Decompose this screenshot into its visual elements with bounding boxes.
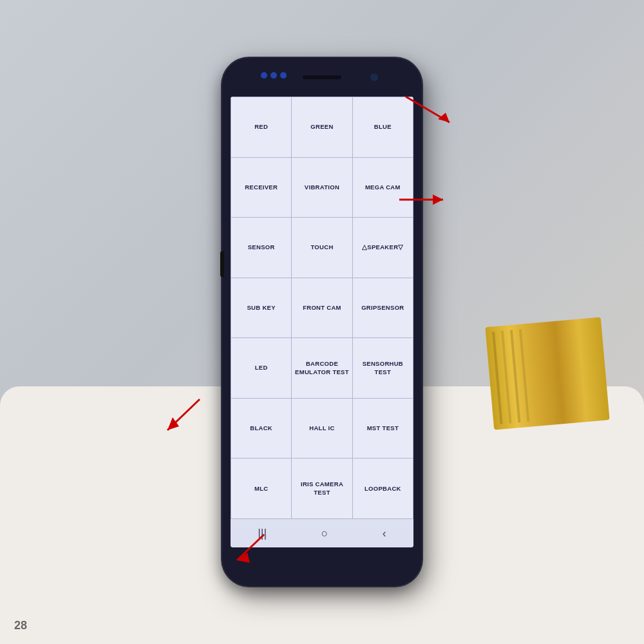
nav-back-icon[interactable]: ‹	[383, 527, 386, 540]
cell-black[interactable]: BLACK	[231, 399, 291, 459]
dot-3	[280, 72, 287, 79]
cell-barcode-emulator[interactable]: BARCODE EMULATOR TEST	[292, 338, 352, 398]
cell-loopback[interactable]: LOOPBACK	[353, 459, 413, 518]
cell-sub-key[interactable]: SUB KEY	[231, 278, 291, 338]
phone-top	[222, 58, 422, 97]
cell-iris-camera-test[interactable]: IRIS CAMERA TEST	[292, 459, 352, 518]
svg-marker-3	[433, 194, 443, 205]
test-grid: RED GREEN BLUE RECEIVER VIBRATION MEGA C…	[231, 97, 413, 519]
dot-1	[261, 72, 267, 79]
svg-line-6	[237, 535, 264, 560]
cell-gripsensor[interactable]: GRIPSENSOR	[353, 278, 413, 338]
cell-speaker[interactable]: △SPEAKER▽	[353, 218, 413, 278]
cell-mlc[interactable]: MLC	[231, 459, 291, 518]
arrow-blue-icon	[399, 90, 457, 129]
arrow-speaker-icon	[393, 187, 451, 213]
front-camera-dot	[370, 73, 378, 81]
cell-green[interactable]: GREEN	[292, 97, 352, 157]
indicator-dots	[261, 72, 287, 79]
cell-front-cam[interactable]: FRONT CAM	[292, 278, 352, 338]
ribbon-cable	[485, 317, 609, 430]
speaker-slot	[303, 75, 341, 79]
dot-2	[270, 72, 277, 79]
cell-mst-test[interactable]: MST TEST	[353, 399, 413, 459]
cell-sensorhub-test[interactable]: SENSORHUB TEST	[353, 338, 413, 398]
cell-red[interactable]: RED	[231, 97, 291, 157]
cell-vibration[interactable]: VIBRATION	[292, 158, 352, 218]
arrow-nav-icon	[219, 528, 270, 567]
cell-led[interactable]: LED	[231, 338, 291, 398]
phone: RED GREEN BLUE RECEIVER VIBRATION MEGA C…	[222, 58, 422, 586]
nav-home-icon[interactable]: ○	[321, 527, 328, 540]
cell-touch[interactable]: TOUCH	[292, 218, 352, 278]
cell-sensor[interactable]: SENSOR	[231, 218, 291, 278]
side-dent	[220, 251, 224, 277]
cell-hall-ic[interactable]: HALL IC	[292, 399, 352, 459]
arrow-black-icon	[155, 393, 206, 438]
svg-marker-5	[167, 417, 179, 430]
cell-receiver[interactable]: RECEIVER	[231, 158, 291, 218]
page-number: 28	[14, 619, 27, 632]
screen: RED GREEN BLUE RECEIVER VIBRATION MEGA C…	[231, 97, 413, 547]
